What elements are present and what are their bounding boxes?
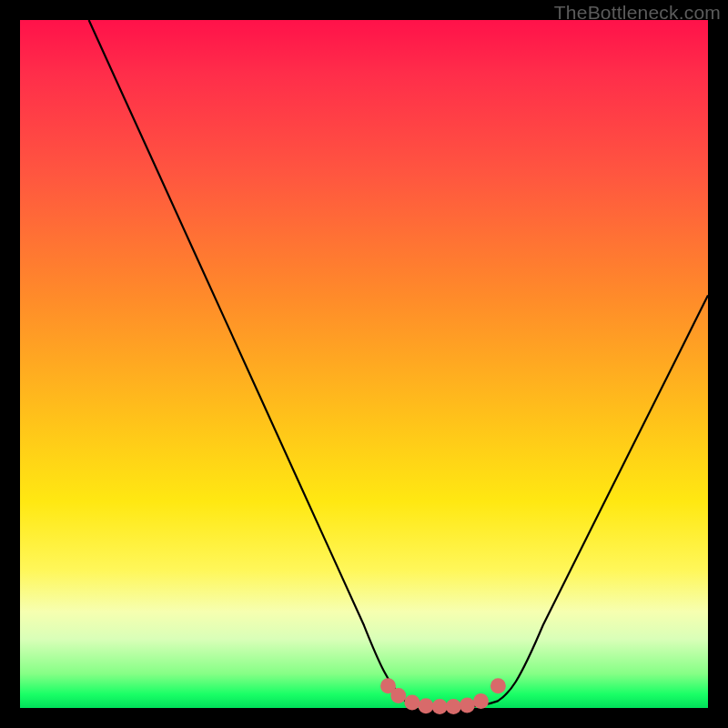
marker-dot bbox=[473, 693, 489, 709]
marker-dot bbox=[446, 699, 461, 714]
marker-dot bbox=[390, 688, 406, 703]
optimal-range-markers bbox=[380, 678, 506, 714]
bottleneck-curve bbox=[89, 20, 708, 707]
marker-dot bbox=[490, 678, 506, 693]
plot-area bbox=[20, 20, 708, 708]
marker-dot bbox=[432, 699, 448, 714]
curve-layer bbox=[20, 20, 708, 708]
marker-dot bbox=[404, 695, 420, 711]
chart-frame: TheBottleneck.com bbox=[0, 0, 728, 728]
marker-dot bbox=[419, 698, 434, 713]
marker-dot bbox=[460, 698, 475, 713]
